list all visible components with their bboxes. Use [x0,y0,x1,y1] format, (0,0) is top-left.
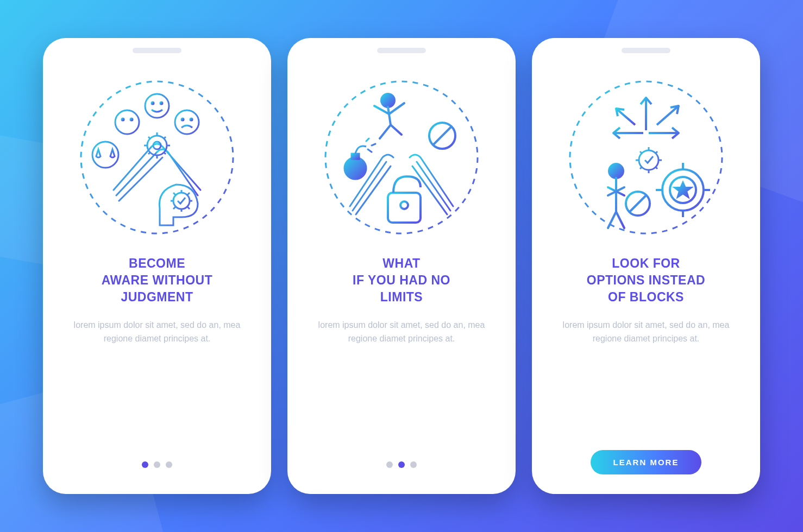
svg-rect-19 [388,193,421,223]
screen-title: LOOK FOR OPTIONS INSTEAD OF BLOCKS [587,255,705,306]
svg-rect-23 [352,154,359,159]
dot-3[interactable] [410,461,417,468]
options-illustration [564,76,727,239]
page-indicator [386,461,417,468]
svg-point-7 [130,118,133,121]
screen-body: lorem ipsum dolor sit amet, sed do an, m… [315,319,488,346]
screen-body: lorem ipsum dolor sit amet, sed do an, m… [70,319,244,346]
svg-point-2 [145,94,169,118]
svg-point-6 [122,118,124,121]
page-indicator [142,461,172,468]
svg-point-28 [609,164,623,178]
svg-point-5 [115,110,139,134]
learn-more-button[interactable]: LEARN MORE [591,450,702,474]
svg-point-16 [153,142,161,149]
svg-point-10 [181,118,184,121]
dot-2[interactable] [398,461,405,468]
svg-point-4 [160,102,162,104]
onboarding-screen-3: LOOK FOR OPTIONS INSTEAD OF BLOCKS lorem… [532,38,760,494]
dot-1[interactable] [142,461,148,468]
dot-3[interactable] [166,461,172,468]
svg-point-1 [173,193,190,209]
onboarding-screen-2: WHAT IF YOU HAD NO LIMITS lorem ipsum do… [287,38,516,494]
dot-2[interactable] [154,461,160,468]
svg-point-11 [190,118,192,121]
svg-point-22 [344,157,366,179]
no-limits-illustration [320,76,483,239]
svg-line-25 [433,126,451,145]
svg-point-18 [381,94,394,107]
screen-body: lorem ipsum dolor sit amet, sed do an, m… [559,319,733,346]
awareness-illustration [76,76,239,239]
svg-point-20 [400,201,408,209]
dot-1[interactable] [386,461,393,468]
screen-title: WHAT IF YOU HAD NO LIMITS [353,255,450,306]
svg-point-3 [152,102,154,104]
svg-line-30 [630,195,646,212]
svg-point-9 [175,110,199,134]
onboarding-screen-1: BECOME AWARE WITHOUT JUDGMENT lorem ipsu… [43,38,271,494]
screen-title: BECOME AWARE WITHOUT JUDGMENT [102,255,213,306]
